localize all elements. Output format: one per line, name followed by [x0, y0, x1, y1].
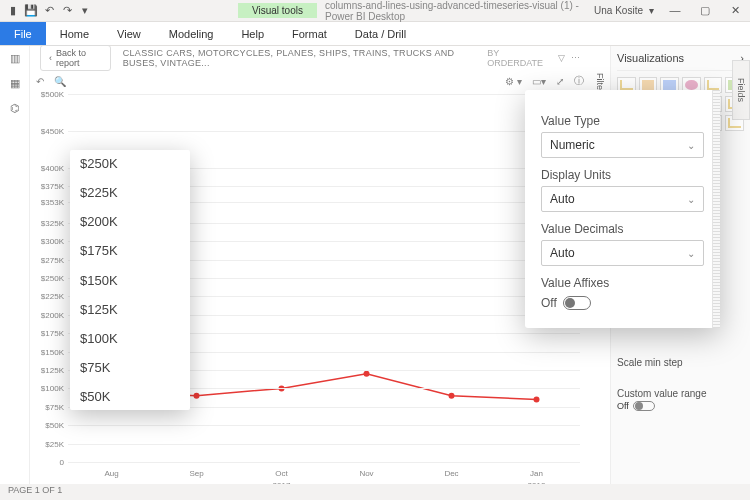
- quick-access-toolbar: ▮ 💾 ↶ ↷ ▾: [0, 4, 98, 18]
- x-tick: Aug: [74, 469, 149, 478]
- contextual-tab[interactable]: Visual tools: [238, 3, 317, 18]
- y-tick: $375K: [34, 182, 64, 191]
- back-button[interactable]: ‹Back to report: [40, 45, 111, 71]
- document-title: columns-and-lines-using-advanced-timeser…: [317, 0, 588, 22]
- value-decimals-label: Value Decimals: [541, 222, 704, 236]
- y-tick: $75K: [34, 402, 64, 411]
- y-tick: $500K: [34, 90, 64, 99]
- visualizations-header: Visualizations: [617, 52, 684, 64]
- value-affixes-toggle[interactable]: Off: [541, 296, 704, 310]
- by-orderdate-label: BY ORDERDATE: [487, 48, 546, 68]
- x-tick: Jan: [499, 469, 574, 478]
- chevron-left-icon: ‹: [49, 53, 52, 63]
- tab-home[interactable]: Home: [46, 24, 103, 44]
- x-tick: Oct: [244, 469, 319, 478]
- y-tick: $450K: [34, 126, 64, 135]
- tab-view[interactable]: View: [103, 24, 155, 44]
- chart-export-icon[interactable]: ▭▾: [532, 76, 546, 87]
- chart-fullscreen-icon[interactable]: ⤢: [556, 76, 564, 87]
- redo-icon[interactable]: ↷: [60, 4, 74, 18]
- mag-tick: $225K: [80, 185, 180, 200]
- maximize-icon[interactable]: ▢: [690, 4, 720, 17]
- ribbon-tabs: File Home View Modeling Help Format Data…: [0, 22, 750, 46]
- more-icon[interactable]: ⋯: [571, 53, 580, 63]
- y-tick: $175K: [34, 329, 64, 338]
- tab-data-drill[interactable]: Data / Drill: [341, 24, 420, 44]
- value-affixes-label: Value Affixes: [541, 276, 704, 290]
- value-decimals-select[interactable]: Auto⌄: [541, 240, 704, 266]
- report-header: ‹Back to report CLASSIC CARS, MOTORCYCLE…: [30, 46, 590, 70]
- tab-file[interactable]: File: [0, 22, 46, 45]
- mag-tick: $175K: [80, 243, 180, 258]
- minimize-icon[interactable]: —: [660, 4, 690, 17]
- y-axis-magnifier: $250K $225K $200K $175K $150K $125K $100…: [70, 150, 190, 410]
- app-icon: ▮: [6, 4, 20, 18]
- left-rail: ▥ ▦ ⌬: [0, 46, 30, 484]
- y-tick: $125K: [34, 366, 64, 375]
- y-tick: $225K: [34, 292, 64, 301]
- display-units-select[interactable]: Auto⌄: [541, 186, 704, 212]
- mag-tick: $100K: [80, 331, 180, 346]
- y-tick: $353K: [34, 198, 64, 207]
- fields-tab[interactable]: Fields: [732, 60, 750, 120]
- x-tick: Dec: [414, 469, 489, 478]
- tab-modeling[interactable]: Modeling: [155, 24, 228, 44]
- chart-info-icon[interactable]: ⓘ: [574, 74, 584, 88]
- qat-chevron-icon[interactable]: ▾: [78, 4, 92, 18]
- y-tick: $250K: [34, 274, 64, 283]
- undo-icon[interactable]: ↶: [42, 4, 56, 18]
- scale-min-step-label: Scale min step: [617, 357, 744, 368]
- chart-settings-icon[interactable]: ⚙ ▾: [505, 76, 522, 87]
- window-controls: — ▢ ✕: [660, 4, 750, 17]
- model-view-icon[interactable]: ⌬: [10, 102, 20, 115]
- x-tick: Nov: [329, 469, 404, 478]
- user-chevron-icon: ▾: [649, 5, 654, 16]
- y-tick: $300K: [34, 237, 64, 246]
- user-name[interactable]: Una Kosite▾: [588, 5, 660, 16]
- mag-tick: $75K: [80, 360, 180, 375]
- value-type-select[interactable]: Numeric⌄: [541, 132, 704, 158]
- data-view-icon[interactable]: ▦: [10, 77, 20, 90]
- y-tick: $275K: [34, 255, 64, 264]
- search-icon[interactable]: 🔍: [54, 76, 66, 87]
- mag-tick: $125K: [80, 302, 180, 317]
- custom-value-range-label: Custom value range: [617, 388, 744, 399]
- x-tick: Sep: [159, 469, 234, 478]
- title-bar: ▮ 💾 ↶ ↷ ▾ Visual tools columns-and-lines…: [0, 0, 750, 22]
- y-tick: $200K: [34, 310, 64, 319]
- y-tick: $25K: [34, 439, 64, 448]
- display-units-label: Display Units: [541, 168, 704, 182]
- filter-icon[interactable]: ▽: [558, 53, 565, 63]
- y-tick: $100K: [34, 384, 64, 393]
- category-list: CLASSIC CARS, MOTORCYCLES, PLANES, SHIPS…: [123, 48, 476, 68]
- y-tick: $50K: [34, 421, 64, 430]
- value-type-label: Value Type: [541, 114, 704, 128]
- tab-format[interactable]: Format: [278, 24, 341, 44]
- popup-grip[interactable]: [712, 90, 720, 328]
- undo-chart-icon[interactable]: ↶: [36, 76, 44, 87]
- status-bar: PAGE 1 OF 1: [0, 484, 750, 500]
- tab-help[interactable]: Help: [227, 24, 278, 44]
- report-view-icon[interactable]: ▥: [10, 52, 20, 65]
- mag-tick: $200K: [80, 214, 180, 229]
- custom-range-toggle[interactable]: Off: [617, 401, 744, 411]
- y-tick: $325K: [34, 218, 64, 227]
- page-indicator: PAGE 1 OF 1: [8, 485, 62, 495]
- chevron-down-icon: ⌄: [687, 140, 695, 151]
- y-tick: $400K: [34, 163, 64, 172]
- y-tick: $150K: [34, 347, 64, 356]
- save-icon[interactable]: 💾: [24, 4, 38, 18]
- y-tick: 0: [34, 458, 64, 467]
- chevron-down-icon: ⌄: [687, 248, 695, 259]
- chart-toolbar: ↶ 🔍 ⚙ ▾ ▭▾ ⤢ ⓘ: [36, 72, 584, 90]
- close-icon[interactable]: ✕: [720, 4, 750, 17]
- mag-tick: $50K: [80, 389, 180, 404]
- chevron-down-icon: ⌄: [687, 194, 695, 205]
- format-popup: Value Type Numeric⌄ Display Units Auto⌄ …: [525, 90, 720, 328]
- mag-tick: $250K: [80, 156, 180, 171]
- mag-tick: $150K: [80, 273, 180, 288]
